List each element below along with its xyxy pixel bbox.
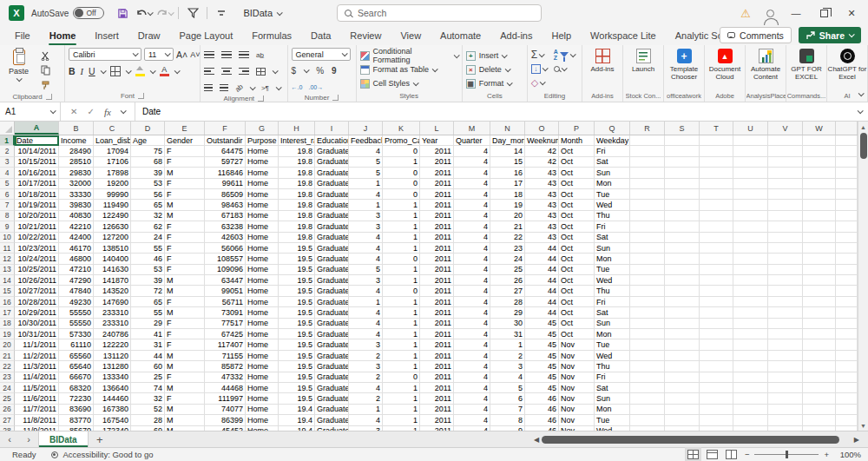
accounting-format-button[interactable]: $ [292,66,297,76]
cell-U21[interactable] [733,351,768,361]
cell-B12[interactable]: 46800 [59,254,94,264]
cell-B14[interactable]: 47290 [59,275,94,286]
cell-E22[interactable]: M [165,361,205,372]
cell-M24[interactable]: 4 [454,383,490,393]
cell-A1[interactable]: Date [15,135,59,146]
cell-Q15[interactable]: Thu [595,286,630,296]
cell-G9[interactable]: Home [246,221,279,232]
cell-G17[interactable]: Home [246,307,279,318]
cell-N11[interactable]: 23 [490,243,525,254]
cell-B27[interactable]: 83770 [59,415,94,425]
cell-K19[interactable]: 1 [383,329,420,339]
cell-F21[interactable]: 71155 [205,351,246,361]
cell-E17[interactable]: M [165,307,205,318]
cell-styles-button[interactable]: Cell Styles [360,77,458,89]
cell-T11[interactable] [700,243,733,254]
cell-I11[interactable]: Graduate [315,243,349,254]
cell-J19[interactable]: 4 [349,329,383,339]
cell-S12[interactable] [665,254,700,264]
cell-B1[interactable]: Income [59,135,94,146]
cell-A9[interactable]: 10/21/2011 [15,221,59,232]
cell-H5[interactable]: 19.8 [279,179,315,189]
cell-W24[interactable] [803,383,836,393]
cell-F10[interactable]: 42603 [205,233,246,243]
cell-Q11[interactable]: Sun [595,243,630,254]
function-dropdown-icon[interactable] [121,108,127,114]
page-break-view-button[interactable] [726,450,737,459]
cell-P14[interactable]: Oct [559,275,595,286]
zoom-level[interactable]: 100% [837,450,861,459]
row-header-9[interactable]: 9 [0,221,15,232]
cell-F4[interactable]: 116846 [205,168,246,178]
cell-M22[interactable]: 4 [454,361,490,372]
column-header-f[interactable]: F [205,122,246,135]
cell-K16[interactable]: 1 [383,297,420,307]
cell-C26[interactable]: 167380 [94,405,131,415]
cell-G15[interactable]: Home [246,286,279,296]
column-header-c[interactable]: C [94,122,131,135]
row-header-14[interactable]: 14 [0,275,15,286]
cell-J23[interactable]: 2 [349,372,383,383]
cell-J10[interactable]: 4 [349,233,383,243]
cell-D2[interactable]: 75 [131,146,165,156]
align-top-button[interactable] [204,51,214,59]
cell-L19[interactable]: 2011 [420,329,454,339]
cell-I6[interactable]: Graduate [315,189,349,200]
cell-C23[interactable]: 133340 [94,372,131,383]
cell-Q2[interactable]: Fri [595,146,630,156]
cell-O22[interactable]: 45 [525,361,559,372]
cell-O26[interactable]: 46 [525,405,559,415]
number-dialog-launcher-icon[interactable] [332,95,339,101]
cell-D14[interactable]: 39 [131,275,165,286]
cell-W25[interactable] [803,393,836,404]
cell-Q5[interactable]: Mon [595,179,630,189]
cell-W9[interactable] [803,221,836,232]
cell-F11[interactable]: 56066 [205,243,246,254]
cell-K25[interactable]: 1 [383,393,420,404]
cell-H8[interactable]: 19.8 [279,211,315,221]
cell-P12[interactable]: Oct [559,254,595,264]
cell-O8[interactable]: 43 [525,211,559,221]
cell-L21[interactable]: 2011 [420,351,454,361]
cell-H27[interactable]: 19.4 [279,415,315,425]
cell-J16[interactable]: 1 [349,297,383,307]
cell-V22[interactable] [768,361,803,372]
row-header-1[interactable]: 1 [0,135,15,146]
cell-D23[interactable]: 25 [131,372,165,383]
cell-C9[interactable]: 126630 [94,221,131,232]
cell-G19[interactable]: Home [246,329,279,339]
cell-T13[interactable] [700,265,733,275]
cell-I3[interactable]: Graduate [315,157,349,168]
addin-automate-content[interactable]: Automate ContentAnalysisPlace [746,45,786,102]
cell-F19[interactable]: 67425 [205,329,246,339]
bold-button[interactable]: B [69,66,76,76]
cell-R16[interactable] [630,297,665,307]
alignment-dialog-launcher-icon[interactable] [258,95,264,102]
cell-G8[interactable]: Home [246,211,279,221]
cell-x5[interactable] [836,179,858,189]
cell-T6[interactable] [700,189,733,200]
cell-A19[interactable]: 10/31/2011 [15,329,59,339]
cell-C12[interactable]: 140400 [94,254,131,264]
cell-L10[interactable]: 2011 [420,233,454,243]
cell-V15[interactable] [768,286,803,296]
cell-U12[interactable] [733,254,768,264]
row-header-15[interactable]: 15 [0,286,15,296]
cell-O4[interactable]: 43 [525,168,559,178]
cell-V21[interactable] [768,351,803,361]
cell-B3[interactable]: 28510 [59,157,94,168]
cell-G5[interactable]: Home [246,179,279,189]
cell-Q6[interactable]: Tue [595,189,630,200]
cell-K6[interactable]: 0 [383,189,420,200]
format-painter-button[interactable] [37,79,53,91]
cell-K26[interactable]: 1 [383,405,420,415]
cell-P24[interactable]: Nov [559,383,595,393]
accessibility-status[interactable]: Accessibility: Good to go [51,450,153,459]
cell-N19[interactable]: 31 [490,329,525,339]
cell-Q26[interactable]: Mon [595,405,630,415]
clear-button[interactable]: ◇ [531,76,547,89]
cell-V12[interactable] [768,254,803,264]
cell-J7[interactable]: 1 [349,200,383,210]
increase-decimal-button[interactable]: ←.0 [292,84,303,90]
align-center-button[interactable] [221,68,232,76]
